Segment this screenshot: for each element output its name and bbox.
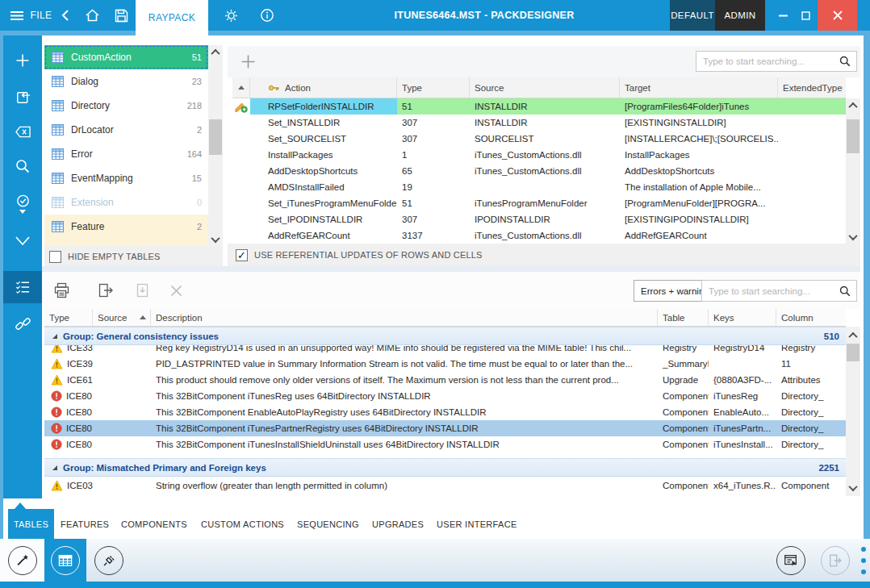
import-table-icon[interactable] — [3, 83, 42, 111]
cell-extendedtype[interactable] — [778, 147, 846, 163]
cell-extendedtype[interactable] — [778, 98, 846, 115]
hide-empty-tables-checkbox[interactable] — [49, 251, 61, 263]
scrollbar-thumb[interactable] — [847, 344, 860, 361]
cell-extendedtype[interactable] — [778, 131, 846, 147]
table-item-error[interactable]: Error 164 — [44, 142, 208, 166]
issue-group-mismatched-keys[interactable]: Group: Mismatched Primary and Foreign ke… — [44, 458, 846, 477]
add-row-icon[interactable] — [3, 47, 42, 74]
wizard-tool-button[interactable] — [8, 546, 37, 575]
run-validation-button[interactable] — [776, 546, 805, 575]
cell-action[interactable]: AddDesktopShortcuts — [250, 163, 397, 179]
cell-source[interactable]: INSTALLDIR — [470, 98, 620, 115]
home-icon[interactable] — [81, 0, 103, 31]
scroll-down-arrow[interactable] — [846, 481, 860, 494]
tab-tables[interactable]: TABLES — [8, 509, 54, 539]
tab-custom-actions[interactable]: CUSTOM ACTIONS — [201, 509, 284, 539]
issue-row[interactable]: ICE03 String overflow (greater than leng… — [44, 477, 846, 494]
column-header-description[interactable]: Description — [151, 309, 658, 326]
print-icon[interactable] — [50, 279, 73, 302]
cell-type[interactable]: 51 — [397, 195, 470, 211]
column-header-target[interactable]: Target — [620, 77, 778, 98]
cell-type[interactable]: 3137 — [397, 227, 470, 244]
table-search-input[interactable] — [696, 52, 839, 71]
cell-extendedtype[interactable] — [778, 163, 846, 179]
file-menu[interactable]: FILE — [27, 0, 56, 31]
tables-list-scrollbar[interactable] — [208, 45, 223, 246]
cell-action[interactable]: AMDSInstallFailed — [250, 179, 397, 195]
scroll-up-arrow[interactable] — [846, 328, 860, 342]
tab-raypack[interactable]: RAYPACK — [136, 0, 208, 35]
table-row[interactable]: InstallPackages 1 iTunes_CustomActions.d… — [232, 147, 846, 163]
export-icon[interactable] — [94, 279, 116, 302]
cell-source[interactable]: iTunes_CustomActions.dll — [470, 227, 620, 244]
issue-group-general-consistency[interactable]: Group: General consistency issues 510 — [44, 327, 846, 345]
cell-action[interactable]: Set_IPODINSTALLDIR — [250, 211, 397, 227]
cell-action[interactable]: Set_INSTALLDIR — [250, 115, 397, 131]
table-item-customaction[interactable]: CustomAction 51 — [44, 45, 208, 69]
search-magnifier-icon[interactable] — [839, 286, 851, 297]
column-header-source[interactable]: Source — [470, 77, 620, 98]
overflow-menu-dots[interactable] — [861, 547, 866, 574]
cell-target[interactable]: [EXISTINGIPODINSTALLDIR] — [620, 211, 778, 227]
cell-source[interactable]: iTunes_CustomActions.dll — [470, 147, 620, 163]
cell-type[interactable]: 65 — [397, 163, 470, 179]
tab-sequencing[interactable]: SEQUENCING — [297, 509, 359, 539]
save-icon[interactable] — [110, 0, 132, 31]
column-header-action[interactable]: Action — [250, 77, 397, 98]
column-header-column[interactable]: Column — [776, 309, 846, 326]
cell-target[interactable]: AddRefGEARCount — [620, 227, 778, 244]
references-link-icon[interactable] — [3, 310, 42, 337]
table-item-extension[interactable]: Extension 0 — [44, 190, 208, 215]
cell-extendedtype[interactable] — [778, 115, 846, 131]
cell-type[interactable]: 307 — [397, 211, 470, 227]
export-results-button-disabled[interactable] — [821, 546, 850, 575]
cell-action[interactable]: Set_iTunesProgramMenuFolder — [250, 195, 397, 211]
table-row[interactable]: RPSetFolderINSTALLDIR 51 INSTALLDIR [Pro… — [232, 98, 846, 115]
minimize-button[interactable] — [772, 0, 793, 31]
cell-target[interactable]: [EXISTINGINSTALLDIR] — [620, 115, 778, 131]
column-header-table[interactable]: Table — [658, 309, 709, 326]
issue-row[interactable]: ICE80 This 32BitComponent iTunesReg uses… — [44, 388, 846, 404]
cell-type[interactable]: 19 — [397, 179, 470, 195]
table-row[interactable]: AMDSInstallFailed 19 The installation of… — [232, 179, 846, 195]
cell-type[interactable]: 51 — [397, 98, 470, 115]
cell-source[interactable] — [470, 179, 620, 195]
profile-default-button[interactable]: DEFAULT — [670, 0, 715, 31]
issue-row[interactable]: ICE80 This 32BitComponent EnableAutoPlay… — [44, 404, 846, 420]
hamburger-menu-icon[interactable] — [6, 0, 27, 31]
delete-row-icon[interactable] — [3, 118, 42, 145]
table-item-directory[interactable]: Directory 218 — [44, 94, 208, 118]
table-item-drlocator[interactable]: DrLocator 2 — [44, 118, 208, 142]
issues-scrollbar[interactable] — [846, 327, 860, 496]
issue-row[interactable]: ICE80 This 32BitComponent iTunesInstallS… — [44, 436, 846, 452]
column-header-source[interactable]: Source — [93, 309, 151, 326]
main-table-scrollbar[interactable] — [846, 98, 860, 244]
scroll-down-arrow[interactable] — [846, 230, 860, 244]
validation-results-icon[interactable] — [3, 273, 42, 301]
column-header-type[interactable]: Type — [44, 309, 93, 326]
search-magnifier-icon[interactable] — [839, 56, 851, 67]
table-row[interactable]: Set_iTunesProgramMenuFolder 51 iTunesPro… — [232, 195, 846, 211]
cell-extendedtype[interactable] — [778, 195, 846, 211]
table-row[interactable]: AddDesktopShortcuts 65 iTunes_CustomActi… — [232, 163, 846, 179]
cell-target[interactable]: AddDesktopShortcuts — [620, 163, 778, 179]
cell-action[interactable]: Set_SOURCELIST — [250, 131, 397, 147]
table-row[interactable]: Set_IPODINSTALLDIR 307 IPODINSTALLDIR [E… — [232, 211, 846, 227]
cell-action[interactable]: RPSetFolderINSTALLDIR — [250, 98, 397, 115]
cell-action[interactable]: AddRefGEARCount — [250, 227, 397, 244]
save-report-icon-disabled[interactable] — [131, 279, 153, 302]
close-button[interactable] — [818, 0, 857, 31]
table-row[interactable]: Set_INSTALLDIR 307 INSTALLDIR [EXISTINGI… — [232, 115, 846, 131]
search-icon[interactable] — [3, 152, 42, 180]
back-icon[interactable] — [55, 0, 76, 31]
table-row[interactable]: AddRefGEARCount 3137 iTunes_CustomAction… — [232, 227, 846, 244]
issue-row[interactable]: ICE33 Reg key RegistryD14 is used in an … — [44, 345, 846, 356]
scrollbar-thumb[interactable] — [847, 119, 860, 153]
table-item-feature[interactable]: Feature 2 — [44, 215, 208, 239]
tab-upgrades[interactable]: UPGRADES — [372, 509, 424, 539]
cell-target[interactable]: [ProgramMenuFolder][PROGRA... — [620, 195, 778, 211]
issues-search-input[interactable] — [702, 281, 839, 301]
tab-features[interactable]: FEATURES — [61, 509, 109, 539]
cell-type[interactable]: 307 — [397, 131, 470, 147]
cell-extendedtype[interactable] — [778, 227, 846, 244]
